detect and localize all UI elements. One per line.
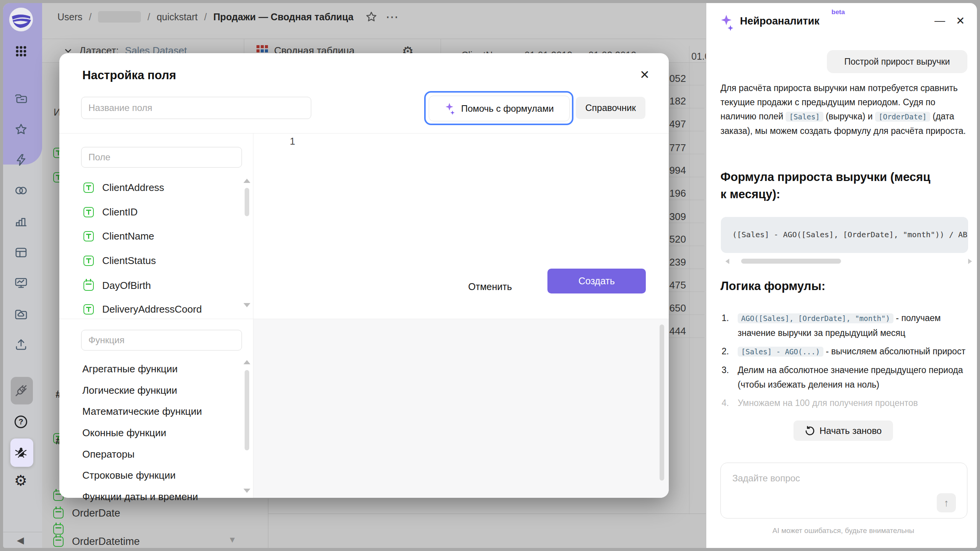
tables-grid-icon[interactable]: [14, 246, 28, 259]
scroll-down-icon[interactable]: [243, 303, 250, 307]
question-placeholder: Задайте вопрос: [732, 473, 800, 484]
date-field-icon: [53, 508, 64, 518]
code-horizontal-scrollbar[interactable]: [741, 259, 841, 264]
date-field-icon: [83, 280, 94, 291]
favorite-star-icon[interactable]: [365, 11, 377, 23]
breadcrumb: Users / / quickstart / Продажи — Сводная…: [57, 9, 399, 24]
reference-label: Справочник: [585, 103, 636, 113]
bg-field-row[interactable]: OrderDatetime: [53, 536, 140, 548]
send-button[interactable]: ↑: [937, 493, 956, 512]
field-list-item[interactable]: DeliveryAddressCoord: [83, 303, 202, 315]
editor-line-number: 1: [290, 136, 295, 147]
function-list-scrollbar[interactable]: [245, 370, 249, 450]
app-window: Users / / quickstart / Продажи — Сводная…: [3, 3, 977, 548]
function-search-input[interactable]: [81, 330, 242, 350]
response-segment: (выручка) и: [826, 111, 873, 121]
breadcrumb-separator: /: [147, 11, 150, 23]
inline-code-chip: [OrderDate]: [875, 112, 930, 122]
neuro-analyst-panel: Нейроаналитик beta — ✕ Построй прирост в…: [706, 3, 977, 548]
datalens-logo[interactable]: [9, 7, 33, 32]
modal-header-divider: [59, 133, 669, 134]
scroll-right-icon[interactable]: [968, 259, 972, 264]
breadcrumb-bar: Users / / quickstart / Продажи — Сводная…: [42, 3, 706, 39]
upload-icon[interactable]: [14, 337, 28, 351]
left-sidebar: ? ⚙ ◀: [3, 3, 42, 548]
field-name-input[interactable]: [81, 97, 311, 119]
dashboards-monitor-icon[interactable]: [14, 276, 28, 290]
bg-field-row[interactable]: OrderDate: [53, 507, 120, 519]
debug-bug-icon[interactable]: [14, 446, 28, 460]
field-list-item[interactable]: DayOfBirth: [83, 280, 151, 292]
reference-button[interactable]: Справочник: [576, 97, 645, 119]
minimize-icon[interactable]: —: [934, 15, 945, 27]
field-list-item[interactable]: ClientName: [83, 230, 154, 242]
inline-code-chip: [Sales] - AGO(...): [738, 347, 823, 357]
help-icon[interactable]: ?: [15, 416, 27, 428]
logic-item-text: Умножаем на 100 для получения процентов: [738, 398, 918, 408]
sparkle-icon: [444, 102, 456, 115]
cancel-button[interactable]: Отменить: [468, 274, 512, 299]
field-list-scrollbar[interactable]: [245, 188, 249, 216]
breadcrumb-users[interactable]: Users: [57, 11, 82, 23]
scroll-down-icon[interactable]: [243, 489, 250, 493]
bg-panel-divider: [268, 514, 706, 514]
beta-badge: beta: [831, 8, 845, 16]
apps-grid-icon[interactable]: [14, 44, 28, 58]
function-category[interactable]: Оконные функции: [82, 427, 166, 439]
field-search-input[interactable]: [81, 147, 242, 168]
settings-gear-icon[interactable]: ⚙: [14, 472, 27, 489]
question-input[interactable]: Задайте вопрос ↑: [720, 463, 967, 518]
function-category[interactable]: Строковые функции: [82, 469, 176, 481]
dropdown-arrow-icon[interactable]: ▼: [228, 535, 237, 545]
field-label: ClientStatus: [102, 255, 156, 267]
favorites-star-icon[interactable]: [14, 122, 28, 136]
connections-lightning-icon[interactable]: [14, 153, 28, 167]
function-category[interactable]: Агрегатные функции: [82, 363, 178, 375]
field-list-item[interactable]: ClientStatus: [83, 255, 156, 267]
formula-heading: Формула прироста выручки (месяц к месяцу…: [720, 168, 935, 203]
field-label: DeliveryAddressCoord: [102, 303, 202, 315]
more-actions-icon[interactable]: ⋯: [385, 9, 399, 24]
panel-close-icon[interactable]: ✕: [956, 15, 965, 27]
list-number: 4.: [722, 396, 729, 410]
collapse-sidebar-icon[interactable]: ◀: [17, 535, 24, 546]
function-category[interactable]: Функции даты и времени: [82, 491, 198, 503]
charts-bar-icon[interactable]: [14, 215, 28, 229]
field-label: ClientAddress: [102, 182, 164, 194]
bg-table-column-divider: [689, 46, 689, 514]
formula-help-button[interactable]: Помочь с формулами: [429, 96, 570, 121]
field-list-item[interactable]: ClientID: [83, 206, 137, 218]
logic-list: 1. AGO([Sales], [OrderDate], "month") - …: [722, 311, 972, 420]
modal-close-icon[interactable]: ✕: [640, 68, 650, 82]
breadcrumb-separator: /: [204, 11, 207, 23]
function-category[interactable]: Математические функции: [82, 406, 202, 417]
sparkle-icon: [719, 14, 735, 31]
function-category[interactable]: Операторы: [82, 448, 134, 460]
inline-code-chip: AGO([Sales], [OrderDate], "month"): [738, 313, 893, 323]
modal-title: Настройка поля: [82, 68, 176, 82]
string-field-icon: [83, 231, 94, 241]
breadcrumb-quickstart[interactable]: quickstart: [157, 11, 198, 23]
datasets-venn-icon[interactable]: [14, 184, 28, 197]
inline-code-chip: [Sales]: [786, 112, 823, 122]
bg-field-label: OrderDate: [72, 507, 120, 519]
breadcrumb-redacted-item[interactable]: [98, 11, 141, 23]
service-plug-icon[interactable]: [14, 384, 28, 398]
list-number: 3.: [722, 363, 729, 377]
scroll-up-icon[interactable]: [243, 360, 250, 364]
storage-folder-icon[interactable]: [14, 308, 28, 321]
docs-scrollbar[interactable]: [660, 324, 664, 481]
date-field-icon: [53, 536, 64, 547]
screenshot-stage: Users / / quickstart / Продажи — Сводная…: [0, 0, 980, 551]
function-category[interactable]: Логические функции: [82, 385, 177, 396]
logic-item: 3. Делим на абсолютное значение предыдущ…: [722, 363, 972, 392]
logic-item-text: - вычисляем абсолютный прирост: [826, 346, 965, 356]
collections-icon[interactable]: [14, 93, 28, 106]
restart-button[interactable]: Начать заново: [794, 421, 893, 441]
field-list-item[interactable]: ClientAddress: [83, 182, 164, 194]
send-arrow-icon: ↑: [944, 497, 949, 509]
help-question-glyph: ?: [18, 417, 23, 426]
scroll-up-icon[interactable]: [243, 179, 250, 183]
create-button[interactable]: Создать: [547, 269, 646, 293]
scroll-left-icon[interactable]: [725, 259, 729, 264]
